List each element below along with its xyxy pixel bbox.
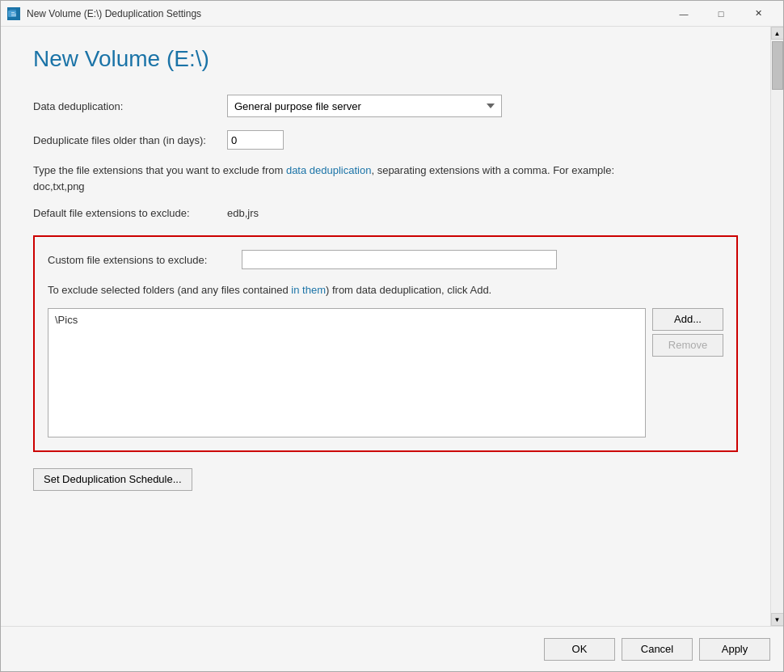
svg-rect-3 [11, 14, 16, 15]
list-item: \Pics [52, 312, 642, 328]
custom-extensions-row: Custom file extensions to exclude: [48, 250, 723, 269]
ok-button[interactable]: OK [544, 638, 615, 661]
custom-extensions-label: Custom file extensions to exclude: [48, 254, 242, 266]
svg-rect-2 [11, 15, 16, 16]
main-window: New Volume (E:\) Deduplication Settings … [0, 0, 784, 672]
minimize-button[interactable]: — [665, 1, 702, 27]
info-text: Type the file extensions that you want t… [33, 163, 615, 194]
scroll-down-arrow[interactable]: ▼ [771, 613, 784, 626]
footer-bar: OK Cancel Apply [1, 626, 783, 671]
default-extensions-value: edb,jrs [227, 207, 259, 219]
apply-button[interactable]: Apply [699, 638, 770, 661]
maximize-button[interactable]: □ [702, 1, 740, 27]
close-button[interactable]: ✕ [740, 1, 777, 27]
folders-listbox[interactable]: \Pics [48, 308, 646, 437]
info-text-link: data deduplication [286, 164, 372, 176]
svg-rect-4 [11, 12, 15, 13]
window-icon [7, 7, 20, 20]
older-than-row: Deduplicate files older than (in days): … [33, 130, 738, 150]
default-extensions-label: Default file extensions to exclude: [33, 207, 227, 219]
page-title: New Volume (E:\) [33, 46, 738, 72]
svg-rect-1 [10, 9, 16, 11]
custom-extensions-input[interactable] [242, 250, 557, 269]
deduplication-label: Data deduplication: [33, 100, 227, 112]
scrollbar: ▲ ▼ [770, 27, 783, 626]
title-bar-controls: — □ ✕ [665, 1, 777, 27]
remove-button[interactable]: Remove [652, 334, 723, 357]
exclude-info-part2: ) from data deduplication, click Add. [326, 284, 491, 296]
older-than-label: Deduplicate files older than (in days): [33, 134, 227, 146]
exclude-info-text: To exclude selected folders (and any fil… [48, 282, 723, 298]
add-button[interactable]: Add... [652, 308, 723, 331]
deduplication-row: Data deduplication: General purpose file… [33, 95, 738, 117]
scroll-up-arrow[interactable]: ▲ [771, 27, 784, 40]
custom-section: Custom file extensions to exclude: To ex… [33, 235, 738, 452]
folders-area: \Pics Add... Remove [48, 308, 723, 437]
schedule-button[interactable]: Set Deduplication Schedule... [33, 468, 192, 491]
title-bar-text: New Volume (E:\) Deduplication Settings [27, 8, 665, 19]
info-text-part1: Type the file extensions that you want t… [33, 164, 286, 176]
title-bar: New Volume (E:\) Deduplication Settings … [1, 1, 783, 27]
scroll-thumb[interactable] [772, 41, 783, 90]
cancel-button[interactable]: Cancel [622, 638, 693, 661]
folder-buttons: Add... Remove [652, 308, 723, 357]
exclude-info-part1: To exclude selected folders (and any fil… [48, 284, 291, 296]
deduplication-select[interactable]: General purpose file server Hyper-V Back… [227, 95, 502, 117]
main-content: New Volume (E:\) Data deduplication: Gen… [1, 27, 770, 626]
exclude-info-link: in them [291, 284, 326, 296]
older-than-input[interactable]: 0 [227, 130, 284, 150]
default-extensions-row: Default file extensions to exclude: edb,… [33, 207, 738, 219]
content-area: New Volume (E:\) Data deduplication: Gen… [1, 27, 783, 626]
